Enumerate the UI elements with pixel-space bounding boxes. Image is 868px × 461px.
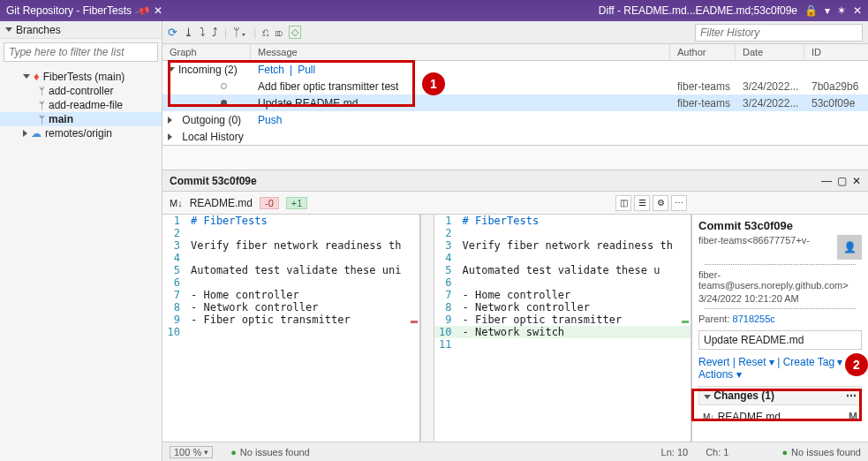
more-icon[interactable]: ⋯ xyxy=(846,389,857,402)
graph-node-icon xyxy=(221,100,227,106)
outgoing-row[interactable]: Outgoing (0) Push xyxy=(162,111,868,128)
repo-node[interactable]: ♦ FiberTests (main) xyxy=(0,69,162,84)
pin-icon[interactable]: 📌 xyxy=(134,2,152,19)
history-grid: Graph Message Author Date ID Incoming (2… xyxy=(162,44,868,146)
commit-header-title: Commit 53c0f09e xyxy=(170,175,257,187)
commit-date: 3/24/2022... xyxy=(736,97,804,110)
revert-link[interactable]: Revert xyxy=(698,356,729,368)
code-line xyxy=(187,276,419,289)
commit-side-title: Commit 53c0f09e xyxy=(698,219,862,232)
chevron-down-icon xyxy=(5,27,12,32)
pull-icon[interactable]: ⤵ xyxy=(200,26,206,39)
diff-right-pane[interactable]: 1# FiberTests 2 3Verify fiber network re… xyxy=(434,215,692,442)
code-line xyxy=(187,227,419,239)
settings-icon[interactable]: ⚙ xyxy=(653,195,668,211)
commit-row[interactable]: Add fiber optic transmitter test fiber-t… xyxy=(162,78,868,94)
changes-header[interactable]: Changes (1) ⋯ xyxy=(698,386,862,405)
splitter[interactable] xyxy=(420,215,434,442)
code-line xyxy=(459,227,691,239)
commit-row-selected[interactable]: Update README.md fiber-teams 3/24/2022..… xyxy=(162,94,868,111)
diff-left-pane[interactable]: 1# FiberTests 2 3Verify fiber network re… xyxy=(162,215,420,442)
chevron-down-icon xyxy=(168,67,175,72)
refresh-icon[interactable]: ⟳ xyxy=(168,26,177,39)
lock-icon: 🔒 xyxy=(804,4,818,17)
remotes-node[interactable]: ☁ remotes/origin xyxy=(0,126,162,140)
close-icon[interactable]: ✕ xyxy=(154,4,162,17)
chevron-down-icon xyxy=(23,74,30,79)
parent-link[interactable]: 8718255c xyxy=(733,314,775,324)
parent-label: Parent: xyxy=(698,314,733,324)
maximize-icon[interactable]: ▢ xyxy=(837,175,847,187)
changes-label: Changes (1) xyxy=(713,389,774,402)
close-icon-2[interactable]: ✕ xyxy=(853,4,862,17)
branch-item-main[interactable]: ᛘmain xyxy=(0,112,162,126)
commit-msg: Add fiber optic transmitter test xyxy=(251,80,670,93)
commit-message-box[interactable]: Update README.md xyxy=(698,330,862,350)
col-message[interactable]: Message xyxy=(251,44,670,60)
code-line xyxy=(459,338,691,351)
code-line: # FiberTests xyxy=(187,215,419,227)
annotation-badge-2: 2 xyxy=(845,353,868,376)
filter-branches-input[interactable] xyxy=(4,42,158,62)
push-link[interactable]: Push xyxy=(258,114,282,126)
push-icon[interactable]: ⤴ xyxy=(212,26,218,39)
tag-icon[interactable]: ◇ xyxy=(289,26,301,39)
code-line: - Fiber optic transmitter xyxy=(459,314,691,326)
code-line: Automated test validate these u xyxy=(459,264,691,276)
changed-file-row[interactable]: M↓ README.md M xyxy=(698,408,862,426)
graph-icon[interactable]: ⎌ xyxy=(262,26,269,39)
chevron-right-icon xyxy=(23,130,27,137)
code-line xyxy=(187,252,419,264)
actions-link[interactable]: Actions xyxy=(698,368,733,381)
code-line: - Home controller xyxy=(459,289,691,301)
file-icon: M↓ xyxy=(703,412,714,422)
incoming-label: Incoming (2) xyxy=(178,64,238,76)
col-date[interactable]: Date xyxy=(736,44,804,60)
status-bar: 100 %▾ ●No issues found Ln: 10 Ch: 1 ●No… xyxy=(162,442,868,461)
filter-icon[interactable]: ⎄ xyxy=(275,26,283,39)
col-id[interactable]: ID xyxy=(804,44,868,60)
sidebyside-icon[interactable]: ◫ xyxy=(615,195,631,211)
annotation-badge-1: 1 xyxy=(422,72,445,95)
star-icon[interactable]: ✶ xyxy=(837,4,846,17)
more-icon[interactable]: ⋯ xyxy=(671,195,687,211)
code-line-added: - Network switch xyxy=(459,326,691,338)
commit-date: 3/24/2022 10:21:20 AM xyxy=(698,293,862,304)
file-icon: M↓ xyxy=(170,198,183,208)
inline-icon[interactable]: ☰ xyxy=(634,195,650,211)
code-line: Verify fiber network readiness th xyxy=(187,239,419,252)
remotes-label: remotes/origin xyxy=(45,127,112,140)
close-icon[interactable]: ✕ xyxy=(852,175,861,187)
fetch-link[interactable]: Fetch xyxy=(258,64,284,76)
check-icon: ● xyxy=(230,447,237,457)
branch-icon: ᛘ xyxy=(39,114,45,125)
branches-tree: ♦ FiberTests (main) ᛘadd-controller ᛘadd… xyxy=(0,65,162,144)
branch-item[interactable]: ᛘadd-controller xyxy=(0,84,162,98)
issues-label-2: No issues found xyxy=(791,447,861,457)
down-icon[interactable]: ▾ xyxy=(825,4,830,17)
localhist-row[interactable]: Local History xyxy=(162,128,868,145)
reset-link[interactable]: Reset xyxy=(738,356,766,368)
code-line: - Fiber optic transmitter xyxy=(187,314,419,326)
commit-author: fiber-teams xyxy=(670,80,736,93)
branch-tool-icon[interactable]: ᛘ▾ xyxy=(233,26,247,39)
branches-label: Branches xyxy=(16,24,61,36)
col-author[interactable]: Author xyxy=(670,44,736,60)
col-graph[interactable]: Graph xyxy=(162,44,251,60)
create-tag-link[interactable]: Create Tag xyxy=(783,356,834,368)
zoom-control[interactable]: 100 %▾ xyxy=(170,446,213,458)
code-line: - Network controller xyxy=(187,301,419,314)
pull-link[interactable]: Pull xyxy=(298,64,315,76)
minimize-icon[interactable]: — xyxy=(821,175,832,187)
avatar: 👤 xyxy=(837,235,862,260)
code-line xyxy=(459,252,691,264)
commit-details-panel: Commit 53c0f09e 👤 fiber-teams<86677757+v… xyxy=(691,215,868,442)
incoming-row[interactable]: Incoming (2) Fetch|Pull xyxy=(162,61,868,78)
filter-history-input[interactable] xyxy=(695,24,863,42)
repo-label: FiberTests (main) xyxy=(43,71,125,83)
line-indicator: Ln: 10 xyxy=(661,447,689,457)
fetch-icon[interactable]: ⤓ xyxy=(184,26,193,39)
branch-item[interactable]: ᛘadd-readme-file xyxy=(0,98,162,112)
branch-label: main xyxy=(49,113,73,125)
branches-header[interactable]: Branches xyxy=(0,21,162,39)
